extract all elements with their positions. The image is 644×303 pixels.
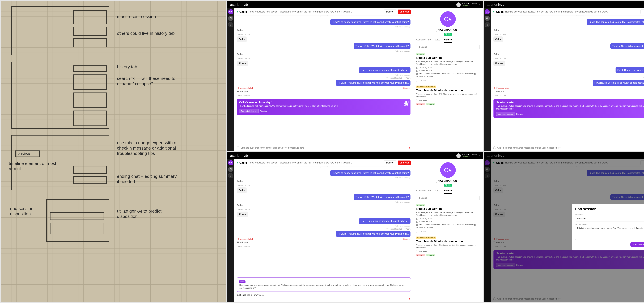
assist-dismiss-link[interactable]: Dismiss — [260, 110, 267, 112]
send-icon[interactable]: ➤ — [408, 146, 411, 150]
modal-scrim[interactable]: End session Disposition Resolved ▾ Sessi… — [484, 152, 644, 302]
plus-icon — [416, 76, 418, 78]
search-icon — [418, 46, 420, 48]
profile-avatar: Ca — [440, 11, 456, 27]
profile-tabs: Customer info Sales History — [413, 37, 482, 43]
status-badge: Rejected — [416, 103, 425, 106]
show-more-button[interactable]: Show more — [416, 250, 428, 254]
summary-textarea[interactable]: This is the session summary written by G… — [575, 226, 644, 240]
chevron-down-icon: ▾ — [478, 4, 480, 6]
svg-rect-0 — [404, 101, 406, 103]
end-session-modal: End session Disposition Resolved ▾ Sessi… — [572, 204, 644, 250]
rail-active-session[interactable]: Ca — [228, 9, 233, 14]
tab-history[interactable]: History — [444, 37, 452, 43]
dismiss-link[interactable]: Dismiss — [516, 113, 523, 115]
eligible-badge: Eligible — [444, 33, 452, 36]
disposition-select[interactable]: Resolved ▾ — [575, 216, 644, 222]
transfer-button[interactable]: Transfer — [640, 10, 644, 14]
composer-input[interactable] — [497, 146, 644, 149]
composer-input[interactable] — [241, 146, 407, 149]
history-search[interactable] — [416, 45, 480, 49]
disposition-label: Disposition — [575, 214, 644, 216]
profile-phone: (615) 202-0658 — [436, 28, 460, 32]
assist-predictive: Assist This customer's last session was … — [236, 278, 411, 292]
canned-icon[interactable] — [236, 146, 240, 149]
left-rail: Ca Cl ⊘ — [227, 8, 234, 151]
screen-3: asurionhub Loreina ChewAvailable▾ Ca Cl … — [227, 152, 483, 302]
status-badge: Resolved — [426, 103, 435, 106]
calendar-icon — [416, 67, 418, 69]
assist-generate-button[interactable]: Generate follow up — [239, 109, 259, 113]
device-icon — [416, 70, 418, 72]
drag-handle[interactable] — [320, 15, 328, 17]
composer: ➤ — [234, 145, 413, 151]
svg-rect-1 — [406, 101, 408, 103]
copy-icon[interactable] — [458, 29, 460, 32]
status-dot — [236, 11, 238, 12]
history-card: Unresponsive customer Trouble with Bluet… — [416, 85, 480, 106]
error-icon: ⊘ Message failed — [238, 87, 253, 89]
msg-auto: Hi, we'd be happy to help you today. To … — [330, 19, 410, 25]
screen-4: asurionhub Loreina ChewAvailable▾ Ca Cl … — [484, 152, 644, 302]
end-chat-button[interactable]: End chat — [398, 160, 411, 165]
customer-profile: Ca (615) 202-0658 Eligible — [413, 8, 482, 37]
user-name: Loreina Chew — [462, 2, 476, 5]
tab-sales[interactable]: Sales — [434, 37, 440, 43]
msg-cust: Callie — [237, 36, 247, 42]
history-title: Trouble with Bluetooth connection — [416, 89, 480, 92]
show-less-button[interactable]: Show less — [416, 78, 427, 82]
screen-2: asurionhub Loreina ChewAvailable▾ Ca Cl … — [484, 1, 644, 151]
customer-blurb: Need to activate new device. I just got … — [248, 10, 382, 13]
qr-icon — [404, 100, 409, 106]
history-search-input[interactable] — [421, 46, 478, 48]
chat-header: Callie Need to activate new device. I ju… — [234, 8, 413, 16]
status-badge: Resolved — [416, 53, 425, 56]
modal-title: End session — [575, 207, 644, 211]
brand: asurionasurionhubhub — [230, 3, 248, 7]
transfer-button[interactable]: Transfer — [384, 10, 396, 14]
user-block[interactable]: Loreina Chew Available ▾ — [456, 2, 480, 7]
msg-agent: Hi Callie, I'm Loreina. I'll be happy to… — [336, 80, 410, 86]
end-chat-button[interactable]: End chat — [398, 10, 411, 14]
sketch-panel: most recent session others could live in… — [1, 1, 226, 302]
side-panel: Ca (615) 202-0658 Eligible Customer info… — [413, 8, 482, 151]
end-session-submit[interactable]: End session — [630, 242, 644, 247]
transfer-button[interactable]: Transfer — [384, 160, 396, 165]
sketch-note: most recent session — [117, 14, 171, 19]
system-joined: You joined the chat — 3:43pm — [386, 77, 410, 79]
customer-name: Callie — [240, 10, 247, 14]
avatar — [456, 2, 461, 7]
tab-customer-info[interactable]: Customer info — [416, 37, 431, 43]
status-badge: Unresponsive customer — [416, 86, 436, 88]
summary-label: Session summary — [575, 223, 644, 225]
show-more-button[interactable]: Show more — [416, 99, 428, 102]
screen-1: asurionasurionhubhub Loreina Chew Availa… — [227, 1, 483, 151]
resend-link[interactable]: Resend — [404, 87, 410, 89]
send-icon[interactable]: ➤ — [408, 297, 411, 301]
use-message-button[interactable]: Use this message — [496, 112, 515, 116]
assist-title: Callie's session from May 1 — [239, 101, 408, 104]
session-assist-inline: Session assist This customer's last sess… — [494, 99, 644, 118]
note-icon — [416, 73, 418, 75]
svg-rect-2 — [404, 104, 406, 105]
history-title: Netflix quit working — [416, 56, 480, 60]
show-less-button[interactable]: Show less — [416, 230, 427, 233]
history-card: Resolved Netflix quit working Co-message… — [416, 52, 480, 82]
assist-pill: Assist — [239, 280, 246, 283]
topbar: asurionasurionhubhub Loreina Chew Availa… — [227, 1, 483, 8]
chat-column: Callie Need to activate new device. I ju… — [234, 8, 413, 151]
assist-session-banner: Callie's session from May 1 They had iss… — [237, 99, 410, 115]
rail-add-icon[interactable]: ⊘ — [228, 22, 233, 27]
message-list: Hi, we'd be happy to help you today. To … — [234, 17, 413, 145]
canned-icon[interactable] — [493, 146, 496, 149]
resend-link[interactable]: Resend — [404, 238, 410, 240]
search-icon — [418, 197, 420, 199]
user-status: Available — [462, 5, 476, 7]
copy-icon[interactable] — [458, 180, 460, 182]
composer-draft[interactable]: Just checking in, are you st… — [234, 293, 413, 297]
rail-session[interactable]: Cl — [228, 16, 233, 21]
